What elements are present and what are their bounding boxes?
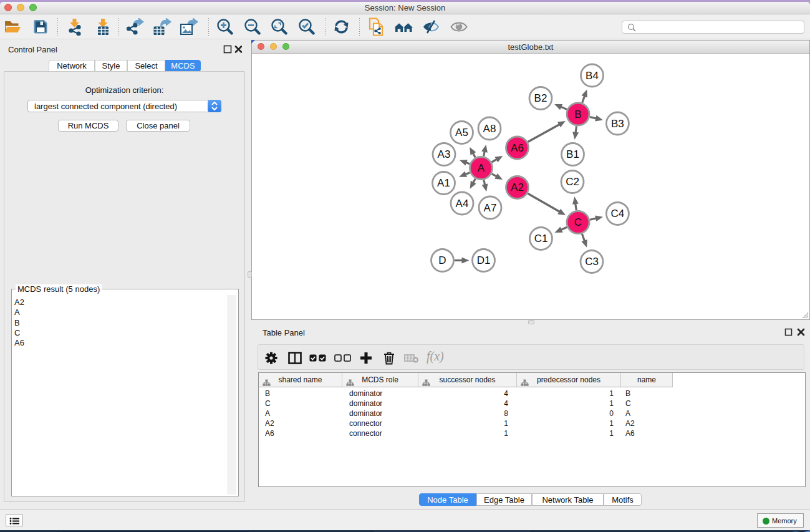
svg-text:D1: D1	[477, 254, 491, 266]
svg-text:B3: B3	[611, 118, 624, 130]
svg-text:C3: C3	[585, 256, 599, 268]
svg-text:A5: A5	[455, 127, 468, 138]
svg-text:A7: A7	[484, 202, 497, 214]
svg-text:A: A	[478, 162, 485, 174]
svg-text:C1: C1	[534, 233, 548, 244]
svg-text:A1: A1	[437, 177, 450, 189]
svg-text:A2: A2	[511, 181, 524, 193]
svg-text:A8: A8	[483, 123, 496, 135]
svg-text:B1: B1	[566, 148, 579, 160]
svg-text:B: B	[574, 109, 581, 120]
svg-text:B4: B4	[586, 70, 599, 82]
svg-text:C2: C2	[566, 176, 579, 188]
svg-text:A4: A4	[456, 198, 469, 210]
svg-text:D: D	[438, 254, 446, 266]
svg-text:C4: C4	[611, 208, 625, 220]
svg-text:C: C	[574, 216, 582, 228]
svg-text:A3: A3	[438, 148, 451, 160]
svg-text:A6: A6	[511, 142, 524, 154]
svg-text:B2: B2	[534, 92, 547, 104]
